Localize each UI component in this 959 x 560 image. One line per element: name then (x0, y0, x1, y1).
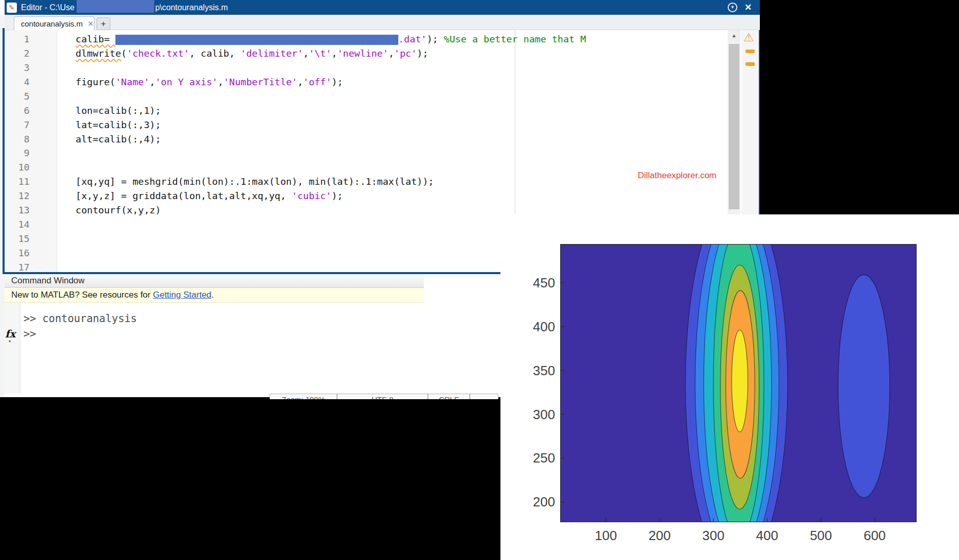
code-segment: 'check.txt' (127, 48, 189, 59)
right-low-blob (838, 275, 890, 498)
code-segment: calib= (76, 34, 115, 44)
contour-plot (560, 244, 917, 522)
tab-close-icon[interactable]: ✕ (88, 20, 93, 28)
figure-window: 100200300400500600200250300350400450 (500, 214, 959, 560)
status-cell[interactable]: Zoom: 100% (270, 394, 337, 399)
code-segment: ); (417, 48, 428, 59)
code-segment: , (150, 77, 155, 87)
line-number: 13 (5, 203, 30, 217)
warning-marker[interactable] (746, 62, 755, 66)
code-segment: ); (427, 34, 444, 44)
warning-marker[interactable] (746, 50, 755, 53)
code-segment: dlmwrite (76, 48, 121, 59)
code-segment: lat=calib(:,3); (76, 119, 161, 130)
code-segment: [x,y,z] = griddata(lon,lat,alt,xq,yq, (76, 190, 292, 201)
code-segment: 'Name' (115, 77, 150, 87)
code-segment: 'off' (303, 77, 332, 87)
line-number: 14 (5, 217, 30, 232)
x-axis-tick-label: 600 (854, 528, 895, 544)
code-segment: 'cubic' (292, 190, 331, 201)
code-line[interactable]: calib= .dat'); %Use a better name that M (76, 32, 586, 46)
code-segment: .dat' (398, 34, 427, 44)
code-segment: 'on Y axis' (155, 77, 218, 87)
command-prompt[interactable]: >> (23, 328, 36, 340)
new-to-matlab-banner: New to MATLAB? See resources for Getting… (5, 288, 424, 303)
tab-label: contouranalysis.m (21, 19, 83, 28)
x-axis-tick-label: 200 (639, 528, 680, 544)
code-segment: 'pc' (394, 48, 417, 59)
title-redaction-box (77, 0, 154, 13)
y-axis-tick-label: 400 (530, 319, 555, 335)
code-segment: ( (121, 48, 127, 59)
line-number: 3 (5, 61, 30, 75)
line-number: 6 (5, 104, 30, 118)
code-line[interactable]: [xq,yq] = meshgrid(min(lon):.1:max(lon),… (76, 175, 434, 189)
code-segment: '\t' (309, 48, 332, 59)
scrollbar-up-arrow-icon[interactable]: ▲ (728, 30, 740, 41)
warning-icon[interactable]: ⚠ (744, 31, 754, 44)
code-segment: 'NumberTitle' (224, 77, 298, 87)
code-line[interactable]: [x,y,z] = griddata(lon,lat,alt,xq,yq, 'c… (76, 189, 343, 203)
editor-pencil-icon: ✎ (7, 3, 17, 13)
x-axis-tick-label: 500 (801, 528, 842, 544)
code-line[interactable]: dlmwrite('check.txt', calib, 'delimiter'… (76, 46, 428, 61)
tab-contouranalysis[interactable]: contouranalysis.m ✕ (14, 16, 94, 30)
window-titlebar[interactable]: ✎ Editor - C:\Use p\contouranalysis.m ▼ … (5, 0, 760, 15)
new-tab-button[interactable]: + (97, 17, 110, 30)
line-number: 7 (5, 118, 30, 132)
x-axis-tick-label: 400 (747, 528, 787, 544)
line-number: 9 (5, 146, 30, 160)
code-segment: 'newline' (337, 48, 388, 59)
close-icon[interactable]: ✕ (741, 2, 755, 13)
line-number: 15 (5, 232, 30, 246)
y-axis-tick-label: 250 (530, 450, 555, 466)
window-title-right: p\contouranalysis.m (155, 3, 228, 12)
scrollbar-thumb[interactable] (729, 44, 739, 209)
y-axis-tick-label: 350 (530, 362, 555, 379)
getting-started-link[interactable]: Getting Started (153, 290, 211, 300)
banner-period: . (211, 290, 214, 300)
code-segment: 'delimiter' (241, 48, 303, 59)
y-axis-tick-label: 450 (530, 275, 555, 291)
code-segment: [xq,yq] = meshgrid(min(lon):.1:max(lon),… (76, 176, 434, 187)
command-window-gutter (5, 303, 20, 394)
code-line[interactable]: lat=calib(:,3); (76, 118, 161, 132)
code-segment: ); (331, 190, 343, 201)
code-segment: %Use a better name that M (444, 34, 586, 44)
line-number: 10 (5, 160, 30, 175)
code-redaction-box (115, 35, 398, 45)
status-cell[interactable]: CRLF (428, 394, 470, 399)
status-cell[interactable] (470, 394, 498, 399)
contour-svg (560, 244, 917, 522)
code-segment: , (218, 77, 223, 87)
code-segment: , calib, (189, 48, 241, 59)
line-number: 11 (5, 175, 30, 189)
line-number: 2 (5, 46, 30, 61)
fx-function-hints-button[interactable]: fx (5, 328, 16, 340)
code-segment: lon=calib(:,1); (76, 105, 161, 116)
code-segment: figure( (76, 77, 115, 87)
line-number: 5 (5, 89, 30, 104)
code-line[interactable]: contourf(x,y,z) (76, 203, 161, 217)
banner-text: New to MATLAB? See resources for (11, 290, 153, 300)
editor-tabbar (5, 15, 760, 30)
code-line[interactable]: lon=calib(:,1); (76, 104, 161, 118)
status-cell[interactable]: UTF-8 (337, 394, 428, 399)
dock-icon[interactable]: ▼ (728, 3, 737, 12)
line-number: 8 (5, 132, 30, 147)
code-line[interactable]: figure('Name','on Y axis','NumberTitle',… (76, 75, 343, 89)
watermark-text: Dillatheexplorer.com (638, 171, 716, 181)
y-axis-tick-label: 300 (530, 406, 555, 423)
code-segment: , (389, 48, 394, 59)
fx-caret-icon: ▾ (9, 339, 11, 344)
window-title-left: Editor - C:\Use (21, 3, 75, 12)
line-number: 4 (5, 75, 30, 89)
code-line[interactable]: alt=calib(:,4); (76, 132, 161, 147)
code-segment: ); (331, 77, 343, 87)
code-segment: , (331, 48, 337, 59)
level-7-yellow (732, 330, 748, 431)
x-axis-tick-label: 100 (585, 528, 626, 544)
code-segment: contourf(x,y,z) (76, 205, 161, 215)
command-window-header[interactable]: Command Window (5, 274, 424, 288)
line-number: 16 (5, 246, 30, 260)
